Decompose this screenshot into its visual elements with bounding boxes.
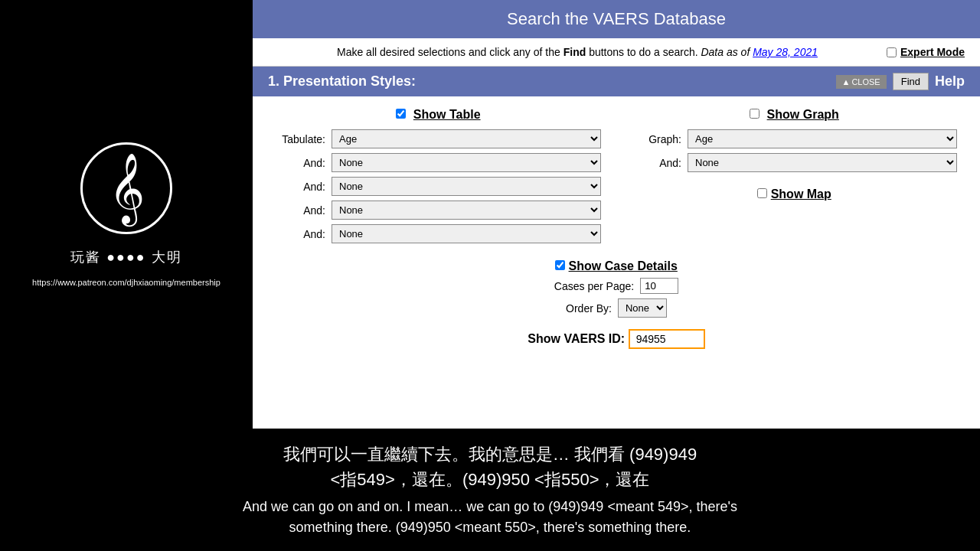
show-table-title: Show Table (276, 108, 601, 122)
left-panel: 𝄞 玩酱 ●●●● 大明 https://www.patreon.com/djh… (0, 0, 253, 429)
vaers-id-label: Show VAERS ID: (528, 332, 625, 345)
right-column: Show Graph Graph: Age None Sex State And… (632, 108, 957, 248)
main-content: Search the VAERS Database Make all desir… (253, 0, 980, 429)
show-case-details-checkbox[interactable] (555, 260, 565, 270)
case-details-area: Show Case Details Cases per Page: Order … (276, 259, 957, 318)
form-area: Show Table Tabulate: Age None Sex State … (253, 96, 980, 360)
help-link[interactable]: Help (935, 73, 965, 90)
section-title: 1. Presentation Styles: (268, 73, 416, 90)
caption-english: And we can go on and on. I mean… we can … (243, 497, 737, 538)
tabulate-row: Tabulate: Age None Sex State Vaccine Sym… (276, 129, 601, 148)
sub-text-suffix: buttons to do a search. (589, 46, 701, 58)
order-by-row: Order By: None Date Age State (276, 298, 957, 318)
and-row-2: And: None Age Sex (276, 177, 601, 196)
page-title: Search the VAERS Database (253, 0, 980, 38)
show-map-label[interactable]: Show Map (771, 187, 831, 201)
sub-header-text: Make all desired selections and click an… (268, 46, 887, 58)
graph-select[interactable]: Age None Sex State (688, 129, 957, 148)
show-case-details-label[interactable]: Show Case Details (569, 259, 678, 272)
channel-name: 玩酱 ●●●● 大明 (70, 248, 182, 266)
and-label-1: And: (276, 157, 325, 169)
expert-mode-toggle[interactable]: Expert Mode (887, 46, 965, 58)
tabulate-label: Tabulate: (276, 133, 325, 145)
expert-mode-checkbox[interactable] (887, 47, 897, 57)
show-table-label[interactable]: Show Table (413, 108, 481, 121)
two-columns: Show Table Tabulate: Age None Sex State … (276, 108, 957, 248)
find-button[interactable]: Find (893, 73, 929, 90)
tabulate-select[interactable]: Age None Sex State Vaccine Symptom (332, 129, 601, 148)
and-select-4[interactable]: None Age Sex (332, 224, 601, 243)
section-header: 1. Presentation Styles: ▲ CLOSE Find Hel… (253, 67, 980, 96)
and-select-2[interactable]: None Age Sex (332, 177, 601, 196)
show-graph-title: Show Graph (632, 108, 957, 122)
graph-label: Graph: (632, 133, 681, 145)
and-label-2: And: (276, 181, 325, 193)
show-map-checkbox[interactable] (757, 188, 767, 198)
caption-chinese: 我們可以一直繼續下去。我的意思是… 我們看 (949)949 <指549>，還在… (283, 442, 697, 492)
triangle-up-icon: ▲ (842, 77, 851, 86)
and-row-3: And: None Age Sex (276, 201, 601, 220)
graph-and-label: And: (632, 157, 681, 169)
expert-mode-label[interactable]: Expert Mode (900, 46, 965, 58)
section-buttons: ▲ CLOSE Find Help (836, 73, 965, 90)
show-table-checkbox[interactable] (396, 109, 406, 119)
sub-text-prefix: Make all desired selections and click an… (337, 46, 564, 58)
and-select-3[interactable]: None Age Sex (332, 201, 601, 220)
left-column: Show Table Tabulate: Age None Sex State … (276, 108, 601, 248)
and-label-3: And: (276, 204, 325, 217)
logo-container: 𝄞 玩酱 ●●●● 大明 https://www.patreon.com/djh… (32, 142, 220, 287)
and-row-1: And: None Age Sex State (276, 153, 601, 172)
find-reference: Find (564, 46, 586, 58)
vaers-id-input[interactable] (629, 329, 705, 349)
circle-logo: 𝄞 (80, 142, 172, 234)
graph-row: Graph: Age None Sex State (632, 129, 957, 148)
and-label-4: And: (276, 228, 325, 240)
and-select-1[interactable]: None Age Sex State (332, 153, 601, 172)
vaers-id-area: Show VAERS ID: (276, 329, 957, 349)
cases-per-page-label: Cases per Page: (554, 280, 634, 292)
cases-per-page-row: Cases per Page: (276, 278, 957, 294)
patreon-url: https://www.patreon.com/djhxiaoming/memb… (32, 278, 220, 287)
order-by-select[interactable]: None Date Age State (618, 298, 667, 318)
order-by-label: Order By: (566, 302, 612, 315)
and-row-4: And: None Age Sex (276, 224, 601, 243)
treble-clef-icon: 𝄞 (109, 158, 145, 219)
data-date: May 28, 2021 (753, 46, 818, 58)
show-map-area: Show Map (632, 187, 957, 201)
show-case-details-title: Show Case Details (276, 259, 957, 273)
show-graph-checkbox[interactable] (750, 109, 760, 119)
data-date-text: Data as of (701, 46, 753, 58)
close-button[interactable]: ▲ CLOSE (836, 75, 887, 89)
close-label: CLOSE (851, 77, 880, 86)
captions-area: 我們可以一直繼續下去。我的意思是… 我們看 (949)949 <指549>，還在… (0, 429, 980, 551)
sub-header: Make all desired selections and click an… (253, 38, 980, 67)
graph-and-row: And: None Age Sex (632, 153, 957, 172)
show-graph-label[interactable]: Show Graph (767, 108, 839, 121)
graph-and-select[interactable]: None Age Sex (688, 153, 957, 172)
cases-per-page-input[interactable] (640, 278, 678, 294)
